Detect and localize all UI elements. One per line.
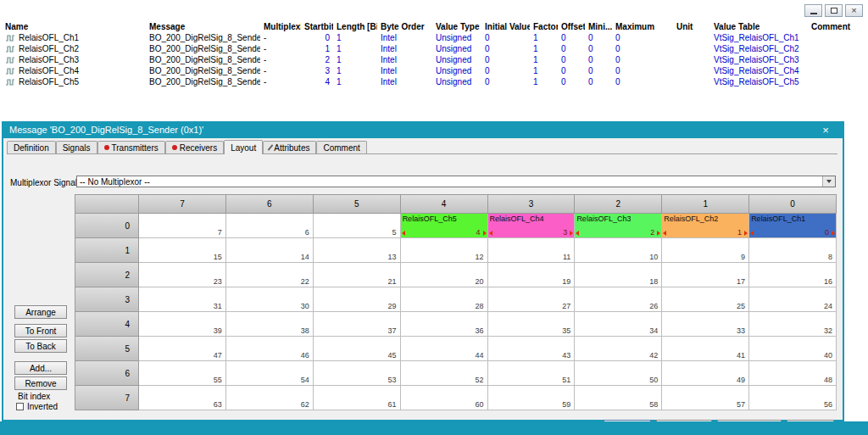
bit-cell[interactable]: 38 <box>226 312 314 337</box>
column-header[interactable]: Comment <box>808 21 863 32</box>
tab-receivers[interactable]: Receivers <box>165 141 224 153</box>
minimize-button[interactable] <box>804 4 822 17</box>
column-header[interactable]: Initial Value <box>481 21 530 32</box>
bit-cell[interactable]: RelaisOFL_Ch43 <box>488 214 576 238</box>
column-header[interactable]: Length [Bit] <box>333 21 377 32</box>
bit-cell[interactable]: 15 <box>139 238 226 263</box>
tab-comment[interactable]: Comment <box>316 141 366 153</box>
bit-cell[interactable]: 25 <box>662 287 749 312</box>
bit-cell[interactable]: 63 <box>139 386 226 410</box>
bit-cell[interactable]: 52 <box>401 361 488 386</box>
dropdown-arrow-button[interactable] <box>822 176 835 187</box>
bit-cell[interactable]: 22 <box>226 263 314 287</box>
bit-cell[interactable]: 9 <box>662 238 749 263</box>
bit-cell[interactable]: 60 <box>401 386 488 410</box>
bit-cell[interactable]: 56 <box>749 386 837 410</box>
bit-cell[interactable]: 17 <box>662 263 749 287</box>
column-header[interactable]: Maximum <box>612 21 673 32</box>
bit-cell[interactable]: 34 <box>575 312 662 337</box>
column-header[interactable]: Mini... <box>585 21 612 32</box>
bit-cell[interactable]: 61 <box>314 386 401 410</box>
add-button[interactable]: Add... <box>14 361 67 375</box>
bit-cell[interactable]: 58 <box>575 386 662 410</box>
tab-signals[interactable]: Signals <box>56 141 97 153</box>
bit-cell[interactable]: 18 <box>575 263 662 287</box>
bit-cell[interactable]: 10 <box>575 238 662 263</box>
bit-cell[interactable]: 42 <box>575 337 662 361</box>
signal-row[interactable]: RelaisOFL_Ch2BO_200_DigRelSig_8_Sender-1… <box>2 43 863 54</box>
bit-cell[interactable]: 50 <box>575 361 662 386</box>
bit-cell[interactable]: 36 <box>401 312 488 337</box>
tab-attributes[interactable]: Attributes <box>263 141 316 153</box>
bit-cell[interactable]: 21 <box>314 263 401 287</box>
column-header[interactable]: Message <box>146 21 260 32</box>
bit-cell[interactable]: 33 <box>662 312 749 337</box>
bit-cell[interactable]: 35 <box>488 312 576 337</box>
bit-cell[interactable]: 24 <box>749 287 837 312</box>
bit-cell[interactable]: 20 <box>401 263 488 287</box>
restore-button[interactable] <box>825 4 843 17</box>
bit-cell[interactable]: 53 <box>314 361 401 386</box>
bit-cell[interactable]: 47 <box>139 337 226 361</box>
bit-cell[interactable]: 41 <box>662 337 749 361</box>
bit-cell[interactable]: 28 <box>401 287 488 312</box>
to-back-button[interactable]: To Back <box>14 339 67 353</box>
tab-layout[interactable]: Layout <box>224 140 263 154</box>
tab-transmitters[interactable]: Transmitters <box>97 141 165 153</box>
bit-cell[interactable]: 27 <box>488 287 576 312</box>
column-header[interactable]: Unit <box>673 21 710 32</box>
bit-cell[interactable]: 44 <box>401 337 488 361</box>
bit-cell[interactable]: RelaisOFL_Ch10 <box>749 214 837 238</box>
bit-cell[interactable]: 51 <box>488 361 576 386</box>
bit-cell[interactable]: 57 <box>662 386 749 410</box>
bit-cell[interactable]: 32 <box>749 312 837 337</box>
to-front-button[interactable]: To Front <box>14 324 67 337</box>
bit-cell[interactable]: 11 <box>488 238 576 263</box>
bit-cell[interactable]: 23 <box>139 263 226 287</box>
multiplexor-select[interactable]: -- No Multiplexor -- <box>76 176 836 187</box>
bit-cell[interactable]: 54 <box>226 361 314 386</box>
bit-cell[interactable]: 5 <box>314 214 401 238</box>
tab-definition[interactable]: Definition <box>7 141 56 153</box>
bit-cell[interactable]: RelaisOFL_Ch21 <box>662 214 749 238</box>
bit-cell[interactable]: 19 <box>488 263 576 287</box>
bit-cell[interactable]: 31 <box>139 287 226 312</box>
bit-cell[interactable]: 37 <box>314 312 401 337</box>
column-header[interactable]: Offset <box>558 21 585 32</box>
column-header[interactable]: Byte Order <box>377 21 432 32</box>
bit-cell[interactable]: 14 <box>226 238 314 263</box>
bit-cell[interactable]: 13 <box>314 238 401 263</box>
bit-cell[interactable]: RelaisOFL_Ch32 <box>575 214 662 238</box>
column-header[interactable]: Startbit <box>301 21 333 32</box>
signal-row[interactable]: RelaisOFL_Ch5BO_200_DigRelSig_8_Sender-4… <box>2 76 863 87</box>
bit-cell[interactable]: 45 <box>314 337 401 361</box>
remove-button[interactable]: Remove <box>14 376 67 390</box>
column-header[interactable]: Value Type <box>432 21 481 32</box>
bit-cell[interactable]: 29 <box>314 287 401 312</box>
bit-cell[interactable]: RelaisOFL_Ch54 <box>401 214 488 238</box>
bit-cell[interactable]: 55 <box>139 361 226 386</box>
dialog-close-button[interactable]: × <box>815 121 837 138</box>
bit-cell[interactable]: 48 <box>749 361 837 386</box>
bit-cell[interactable]: 46 <box>226 337 314 361</box>
column-header[interactable]: Multiplexin... <box>260 21 301 32</box>
inverted-checkbox[interactable] <box>16 403 24 410</box>
signal-row[interactable]: RelaisOFL_Ch4BO_200_DigRelSig_8_Sender-3… <box>2 65 863 76</box>
bit-cell[interactable]: 40 <box>749 337 837 361</box>
signal-row[interactable]: RelaisOFL_Ch3BO_200_DigRelSig_8_Sender-2… <box>2 54 863 65</box>
bit-cell[interactable]: 8 <box>749 238 837 263</box>
bit-cell[interactable]: 7 <box>139 214 226 238</box>
bit-cell[interactable]: 12 <box>401 238 488 263</box>
bit-cell[interactable]: 59 <box>488 386 576 410</box>
column-header[interactable]: Value Table <box>710 21 808 32</box>
bit-cell[interactable]: 26 <box>575 287 662 312</box>
bit-cell[interactable]: 6 <box>226 214 314 238</box>
bit-cell[interactable]: 62 <box>226 386 314 410</box>
close-button[interactable]: × <box>845 4 863 17</box>
bit-cell[interactable]: 16 <box>749 263 837 287</box>
column-header[interactable]: Name <box>2 21 146 32</box>
bit-cell[interactable]: 39 <box>139 312 226 337</box>
column-header[interactable]: Factor <box>530 21 558 32</box>
bit-cell[interactable]: 43 <box>488 337 576 361</box>
bit-cell[interactable]: 30 <box>226 287 314 312</box>
